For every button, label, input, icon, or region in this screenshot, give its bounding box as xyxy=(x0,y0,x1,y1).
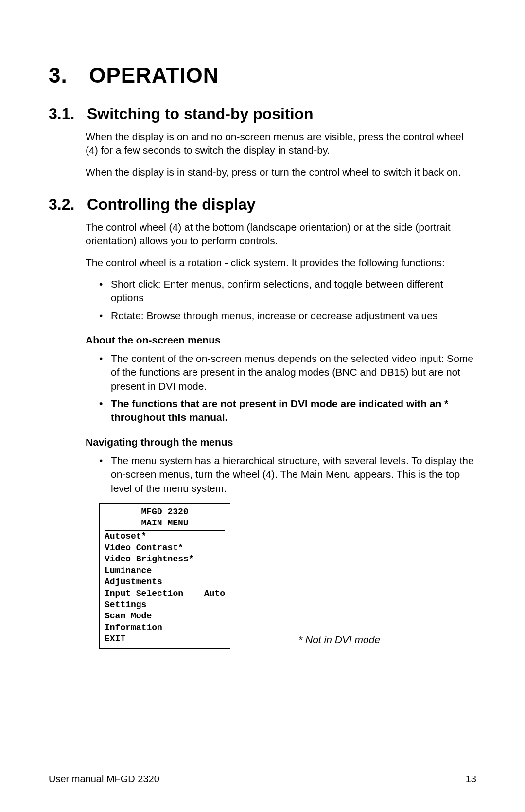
list-item: Rotate: Browse through menus, increase o… xyxy=(99,309,476,323)
subsection-heading: About the on-screen menus xyxy=(86,334,476,346)
menu-item: EXIT xyxy=(105,633,225,645)
bullet-list: The content of the on-screen menus depen… xyxy=(99,352,476,425)
footer-left: User manual MFGD 2320 xyxy=(49,774,159,785)
chapter-title: OPERATION xyxy=(89,63,219,87)
page-footer: User manual MFGD 2320 13 xyxy=(49,774,476,785)
menu-title-line1: MFGD 2320 xyxy=(105,506,225,518)
paragraph: When the display is in stand-by, press o… xyxy=(86,165,476,179)
section-number: 3.1. xyxy=(49,105,83,123)
list-item: The menu system has a hierarchical struc… xyxy=(99,454,476,495)
footer-page-number: 13 xyxy=(466,774,476,785)
menu-item-input-selection: Input Selection Auto xyxy=(105,588,225,599)
figure-note: * Not in DVI mode xyxy=(298,634,380,646)
chapter-number: 3. xyxy=(49,63,83,88)
menu-figure-row: MFGD 2320 MAIN MENU Autoset* Video Contr… xyxy=(99,503,476,649)
page-content: 3. OPERATION 3.1. Switching to stand-by … xyxy=(49,63,476,649)
menu-item: Luminance xyxy=(105,565,225,577)
menu-item-label: Input Selection xyxy=(105,588,183,599)
chapter-heading: 3. OPERATION xyxy=(49,63,476,88)
subsection-heading: Navigating through the menus xyxy=(86,436,476,448)
bullet-list: The menu system has a hierarchical struc… xyxy=(99,454,476,495)
menu-item-selected: Autoset* xyxy=(105,531,225,542)
list-item: The functions that are not present in DV… xyxy=(99,397,476,425)
section-number: 3.2. xyxy=(49,196,83,214)
paragraph: The control wheel (4) at the bottom (lan… xyxy=(86,220,476,248)
footer-rule xyxy=(49,767,476,767)
paragraph: When the display is on and no on-screen … xyxy=(86,130,476,158)
menu-item: Information xyxy=(105,622,225,633)
main-menu-box: MFGD 2320 MAIN MENU Autoset* Video Contr… xyxy=(99,503,230,649)
menu-item-value: Auto xyxy=(204,588,225,599)
menu-title-line2: MAIN MENU xyxy=(105,518,225,529)
menu-header: MFGD 2320 MAIN MENU xyxy=(105,506,225,531)
menu-item: Settings xyxy=(105,599,225,611)
bullet-list: Short click: Enter menus, confirm select… xyxy=(99,277,476,323)
menu-item: Video Contrast* xyxy=(105,542,225,554)
section-title: Switching to stand-by position xyxy=(87,105,314,123)
list-item: Short click: Enter menus, confirm select… xyxy=(99,277,476,305)
section-heading-3-1: 3.1. Switching to stand-by position xyxy=(49,105,476,123)
list-item: The content of the on-screen menus depen… xyxy=(99,352,476,393)
section-heading-3-2: 3.2. Controlling the display xyxy=(49,196,476,214)
paragraph: The control wheel is a rotation - click … xyxy=(86,256,476,270)
menu-item: Adjustments xyxy=(105,577,225,588)
section-title: Controlling the display xyxy=(87,196,256,213)
menu-item: Video Brightness* xyxy=(105,554,225,565)
menu-item: Scan Mode xyxy=(105,611,225,622)
